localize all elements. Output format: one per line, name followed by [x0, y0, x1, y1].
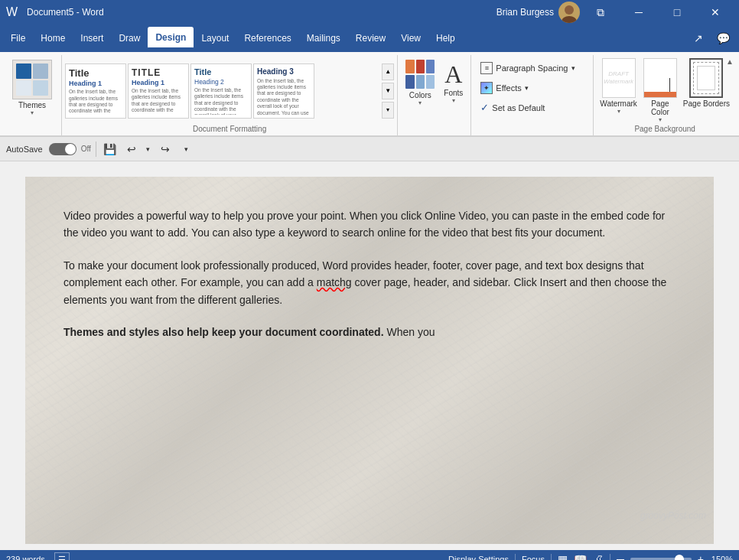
title-bar: W Document5 - Word Brian Burgess ⧉ ─ □ ✕ [0, 0, 739, 24]
page-background-group: DRAFTWatermark Watermark ▾ Page Color [594, 55, 736, 135]
style-scroll-down[interactable]: ▼ [382, 83, 394, 99]
effects-label: Effects [496, 83, 521, 93]
comments-icon[interactable]: 💬 [711, 29, 736, 47]
autosave-toggle[interactable] [49, 143, 77, 155]
themes-label: Themes [18, 101, 46, 109]
username-label: Brian Burgess [496, 7, 554, 18]
fonts-icon: A [444, 60, 462, 89]
style-item-1[interactable]: Title Heading 1 On the Insert tab, the g… [65, 63, 126, 119]
menu-bar: File Home Insert Draw Design Layout Refe… [0, 24, 739, 52]
document-area[interactable]: Video provides a powerful way to help yo… [0, 161, 739, 550]
document-text: Video provides a powerful way to help yo… [63, 207, 676, 340]
menu-review[interactable]: Review [348, 27, 393, 50]
style-scroll-buttons: ▲ ▼ ▾ [382, 63, 394, 119]
style-scroll-more[interactable]: ▾ [382, 102, 394, 119]
paragraph-3: Themes and styles also help keep your do… [63, 324, 676, 340]
cursor-indicator [669, 78, 670, 92]
menu-draw[interactable]: Draw [111, 27, 148, 50]
colors-chevron-icon: ▾ [418, 99, 422, 106]
title-bar-controls: Brian Burgess ⧉ ─ □ ✕ [496, 0, 733, 24]
effects-button[interactable]: ✦ Effects ▾ [477, 80, 587, 96]
paragraph-spacing-icon: ≡ [480, 62, 493, 74]
focus-button[interactable]: Focus [522, 555, 545, 560]
colors-button[interactable]: Colors ▾ [402, 58, 438, 108]
paragraph-3-bold: Themes and styles also help keep your do… [63, 326, 384, 338]
menu-insert[interactable]: Insert [73, 27, 111, 50]
zoom-plus-button[interactable]: + [698, 553, 704, 560]
paragraph-3-post: When you [384, 326, 435, 338]
page-color-label: Page [651, 99, 669, 108]
word-logo-icon: W [6, 5, 18, 19]
status-divider-1 [515, 554, 516, 560]
menu-mailings[interactable]: Mailings [299, 27, 348, 50]
paragraph-spacing-label: Paragraph Spacing [496, 63, 568, 73]
share-icon[interactable]: ↗ [688, 29, 709, 47]
zoom-minus-button[interactable]: ─ [617, 553, 624, 560]
ribbon-collapse-button[interactable]: ▲ [724, 55, 736, 67]
menu-bar-actions: ↗ 💬 [688, 29, 736, 47]
more-qa-button[interactable]: ▾ [177, 140, 196, 158]
page-borders-label: Page Borders [683, 99, 730, 108]
checkmark-icon: ✓ [480, 102, 489, 113]
status-bar: 239 words ☰ Display Settings Focus ▦ 📖 🖨… [0, 550, 739, 560]
save-button[interactable]: 💾 [101, 140, 119, 158]
fonts-button[interactable]: A Fonts ▾ [441, 58, 466, 106]
page-borders-button[interactable]: Page Borders [683, 58, 730, 108]
minimize-button[interactable]: ─ [621, 0, 656, 24]
page-color-button[interactable]: Page Color ▾ [643, 58, 677, 123]
themes-button[interactable]: Themes ▾ [9, 58, 55, 135]
menu-layout[interactable]: Layout [194, 27, 236, 50]
autosave-label: AutoSave [6, 145, 43, 154]
resize-icon-btn[interactable]: ⧉ [583, 0, 618, 24]
svg-point-0 [565, 5, 574, 15]
undo-button[interactable]: ↩ [122, 140, 141, 158]
title-bar-left: W Document5 - Word [6, 5, 104, 19]
page-color-sublabel: Color [651, 108, 669, 116]
title-bar-title: Document5 - Word [27, 7, 103, 18]
close-button[interactable]: ✕ [698, 0, 733, 24]
toggle-state-label: Off [81, 145, 91, 153]
set-default-button[interactable]: ✓ Set as Default [477, 99, 587, 116]
zoom-thumb [675, 555, 684, 560]
toggle-thumb [65, 144, 76, 155]
zoom-level-label: 150% [710, 555, 733, 560]
paragraph-spacing-button[interactable]: ≡ Paragraph Spacing ▾ [477, 60, 587, 77]
print-layout-icon[interactable]: 🖨 [593, 553, 604, 560]
effects-chevron: ▾ [525, 84, 529, 92]
watermark-chevron-icon: ▾ [617, 108, 620, 115]
display-settings-button[interactable]: Display Settings [448, 555, 509, 560]
watermark-text-display: DRAFTWatermark [602, 69, 635, 86]
menu-view[interactable]: View [393, 27, 428, 50]
set-default-label: Set as Default [492, 103, 545, 112]
themes-chevron: ▾ [31, 109, 34, 116]
redo-button[interactable]: ↪ [156, 140, 174, 158]
paragraph-spacing-chevron: ▾ [571, 64, 575, 72]
qa-separator-1 [96, 142, 96, 157]
style-scroll-up[interactable]: ▲ [382, 63, 394, 80]
paragraph-2: To make your document look professionall… [63, 257, 676, 308]
para-effects-group: ≡ Paragraph Spacing ▾ ✦ Effects ▾ ✓ Set … [471, 55, 594, 135]
style-item-2[interactable]: TITLE Heading 1 On the Insert tab, the g… [128, 63, 189, 119]
paragraph-2-spellcheck: matchg [317, 276, 352, 288]
menu-design[interactable]: Design [148, 27, 194, 50]
document-page: Video provides a powerful way to help yo… [25, 177, 714, 544]
avatar[interactable] [558, 2, 580, 23]
watermark-label: Watermark [600, 99, 637, 108]
ribbon: Themes ▾ Title Heading 1 On the Insert t… [0, 52, 739, 137]
effects-icon: ✦ [480, 82, 493, 94]
maximize-button[interactable]: □ [659, 0, 695, 24]
menu-file[interactable]: File [3, 27, 33, 50]
quick-access-toolbar: AutoSave Off 💾 ↩ ▾ ↪ ▾ [0, 137, 739, 161]
page-color-chevron-icon: ▾ [659, 116, 662, 123]
reading-icon[interactable]: 📖 [574, 553, 587, 560]
menu-home[interactable]: Home [33, 27, 73, 50]
status-divider-2 [551, 554, 552, 560]
menu-references[interactable]: References [236, 27, 298, 50]
word-count-icon[interactable]: ☰ [54, 552, 70, 560]
style-item-4[interactable]: Heading 3 On the Insert tab, the galleri… [253, 63, 314, 119]
watermark-button[interactable]: DRAFTWatermark Watermark ▾ [600, 58, 637, 115]
style-item-3[interactable]: Title Heading 2 On the Insert tab, the g… [190, 63, 252, 119]
menu-help[interactable]: Help [428, 27, 463, 50]
undo-dropdown[interactable]: ▾ [144, 140, 153, 158]
layout-icon[interactable]: ▦ [558, 553, 568, 560]
